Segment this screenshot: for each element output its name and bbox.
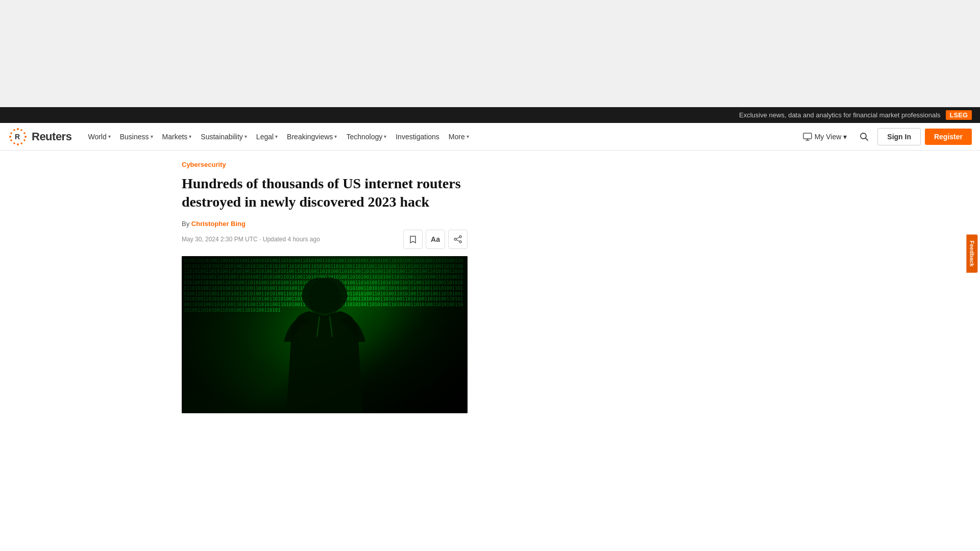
- monitor-icon: [802, 132, 813, 142]
- chevron-down-icon: ▾: [151, 134, 153, 139]
- chevron-down-icon: ▾: [384, 134, 386, 139]
- svg-point-10: [9, 136, 11, 138]
- svg-point-1: [17, 128, 19, 130]
- chevron-down-icon: ▾: [334, 134, 337, 139]
- article-image: 0100110101001100101010011001010100110101…: [182, 256, 468, 413]
- nav-item-breakingviews[interactable]: Breakingviews ▾: [283, 130, 341, 144]
- chevron-down-icon: ▾: [189, 134, 191, 139]
- search-icon: [860, 132, 869, 141]
- navbar: R Reuters World ▾ Business ▾ Markets ▾ S…: [0, 123, 980, 151]
- hoodie-silhouette: [274, 270, 376, 413]
- svg-point-16: [459, 236, 461, 238]
- nav-item-technology[interactable]: Technology ▾: [342, 130, 390, 144]
- bookmark-button[interactable]: [403, 230, 423, 249]
- svg-point-2: [20, 129, 22, 131]
- search-button[interactable]: [855, 128, 873, 146]
- font-size-button[interactable]: Aa: [426, 230, 445, 249]
- sidebar-ads: [488, 151, 798, 413]
- svg-point-12: [13, 129, 15, 131]
- svg-point-11: [10, 132, 12, 134]
- svg-point-4: [24, 136, 27, 138]
- svg-point-5: [23, 139, 26, 141]
- reuters-logo: R Reuters: [8, 127, 71, 146]
- nav-right: My View ▾ Sign In Register: [798, 128, 972, 146]
- article-headline: Hundreds of thousands of US internet rou…: [182, 174, 468, 212]
- bookmark-icon: [409, 235, 417, 243]
- nav-item-world[interactable]: World ▾: [84, 130, 114, 144]
- svg-point-15: [861, 133, 866, 139]
- category-tag[interactable]: Cybersecurity: [182, 161, 468, 168]
- nav-item-more[interactable]: More ▾: [445, 130, 473, 144]
- ad-banner: [0, 0, 980, 107]
- sign-in-button[interactable]: Sign In: [877, 128, 921, 145]
- reuters-wordmark: Reuters: [32, 130, 71, 143]
- nav-links: World ▾ Business ▾ Markets ▾ Sustainabil…: [84, 130, 798, 144]
- chevron-down-icon: ▾: [467, 134, 469, 139]
- svg-point-7: [17, 143, 19, 145]
- feedback-tab[interactable]: Feedback: [967, 235, 978, 273]
- chevron-down-icon: ▾: [843, 133, 847, 141]
- svg-point-18: [459, 241, 461, 243]
- nav-item-business[interactable]: Business ▾: [116, 130, 157, 144]
- svg-text:R: R: [15, 133, 20, 141]
- svg-point-3: [23, 132, 26, 134]
- nav-item-investigations[interactable]: Investigations: [391, 130, 444, 144]
- svg-point-9: [10, 139, 12, 141]
- nav-item-sustainability[interactable]: Sustainability ▾: [197, 130, 251, 144]
- nav-item-markets[interactable]: Markets ▾: [158, 130, 196, 144]
- my-view-button[interactable]: My View ▾: [798, 129, 851, 145]
- article-meta-row: May 30, 2024 2:30 PM UTC · Updated 4 hou…: [182, 230, 468, 249]
- share-icon: [454, 235, 462, 243]
- byline: By Christopher Bing: [182, 220, 468, 228]
- chevron-down-icon: ▾: [244, 134, 247, 139]
- promo-bar-text: Exclusive news, data and analytics for f…: [739, 111, 941, 119]
- chevron-down-icon: ▾: [108, 134, 111, 139]
- reuters-logo-link[interactable]: R Reuters: [8, 127, 71, 146]
- main-content: Cybersecurity Hundreds of thousands of U…: [174, 151, 806, 413]
- nav-item-legal[interactable]: Legal ▾: [252, 130, 282, 144]
- svg-point-8: [13, 142, 15, 144]
- svg-point-6: [20, 142, 22, 144]
- share-button[interactable]: [448, 230, 468, 249]
- chevron-down-icon: ▾: [275, 134, 278, 139]
- hacker-image-bg: 0100110101001100101010011001010100110101…: [182, 256, 468, 413]
- logo-icon: R: [8, 127, 28, 146]
- author-link[interactable]: Christopher Bing: [191, 220, 246, 228]
- article-area: Cybersecurity Hundreds of thousands of U…: [182, 151, 468, 413]
- promo-bar: Exclusive news, data and analytics for f…: [0, 107, 980, 123]
- svg-point-17: [454, 238, 456, 240]
- svg-rect-14: [803, 133, 812, 139]
- font-size-label: Aa: [431, 235, 440, 243]
- lseg-badge[interactable]: LSEG: [946, 110, 972, 120]
- article-actions: Aa: [403, 230, 468, 249]
- register-button[interactable]: Register: [925, 129, 972, 145]
- article-timestamp: May 30, 2024 2:30 PM UTC · Updated 4 hou…: [182, 236, 320, 243]
